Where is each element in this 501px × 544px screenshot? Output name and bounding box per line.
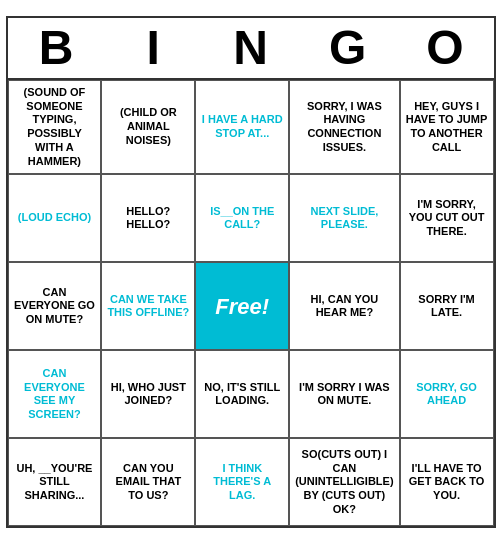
bingo-cell: (LOUD ECHO) [8, 174, 102, 262]
header-letter: I [106, 24, 200, 72]
bingo-cell: (SOUND OF SOMEONE TYPING, POSSIBLY WITH … [8, 80, 102, 175]
header-letter: O [398, 24, 492, 72]
bingo-cell: UH, __YOU'RE STILL SHARING... [8, 438, 102, 526]
bingo-cell: I'M SORRY I WAS ON MUTE. [289, 350, 399, 438]
bingo-cell: I'LL HAVE TO GET BACK TO YOU. [400, 438, 494, 526]
bingo-grid: (SOUND OF SOMEONE TYPING, POSSIBLY WITH … [8, 78, 494, 527]
bingo-cell: SORRY, GO AHEAD [400, 350, 494, 438]
bingo-cell: HEY, GUYS I HAVE TO JUMP TO ANOTHER CALL [400, 80, 494, 175]
bingo-cell: IS__ON THE CALL? [195, 174, 289, 262]
bingo-cell: I HAVE A HARD STOP AT... [195, 80, 289, 175]
bingo-cell: HI, WHO JUST JOINED? [101, 350, 195, 438]
header-letter: N [203, 24, 297, 72]
bingo-cell: SORRY, I WAS HAVING CONNECTION ISSUES. [289, 80, 399, 175]
bingo-cell: SORRY I'M LATE. [400, 262, 494, 350]
bingo-cell: SO(CUTS OUT) I CAN (UNINTELLIGIBLE) BY (… [289, 438, 399, 526]
bingo-cell: HELLO? HELLO? [101, 174, 195, 262]
bingo-cell: NEXT SLIDE, PLEASE. [289, 174, 399, 262]
bingo-cell: Free! [195, 262, 289, 350]
bingo-cell: CAN EVERYONE GO ON MUTE? [8, 262, 102, 350]
bingo-cell: CAN YOU EMAIL THAT TO US? [101, 438, 195, 526]
bingo-cell: NO, IT'S STILL LOADING. [195, 350, 289, 438]
bingo-cell: (CHILD OR ANIMAL NOISES) [101, 80, 195, 175]
bingo-cell: I'M SORRY, YOU CUT OUT THERE. [400, 174, 494, 262]
bingo-card: BINGO (SOUND OF SOMEONE TYPING, POSSIBLY… [6, 16, 496, 529]
bingo-cell: CAN EVERYONE SEE MY SCREEN? [8, 350, 102, 438]
bingo-cell: HI, CAN YOU HEAR ME? [289, 262, 399, 350]
bingo-cell: I THINK THERE'S A LAG. [195, 438, 289, 526]
bingo-cell: CAN WE TAKE THIS OFFLINE? [101, 262, 195, 350]
bingo-header: BINGO [8, 18, 494, 78]
header-letter: B [9, 24, 103, 72]
header-letter: G [301, 24, 395, 72]
